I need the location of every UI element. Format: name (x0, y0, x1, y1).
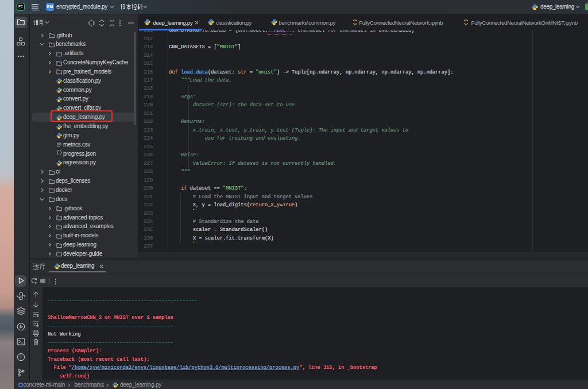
svg-text:PC: PC (18, 5, 23, 8)
